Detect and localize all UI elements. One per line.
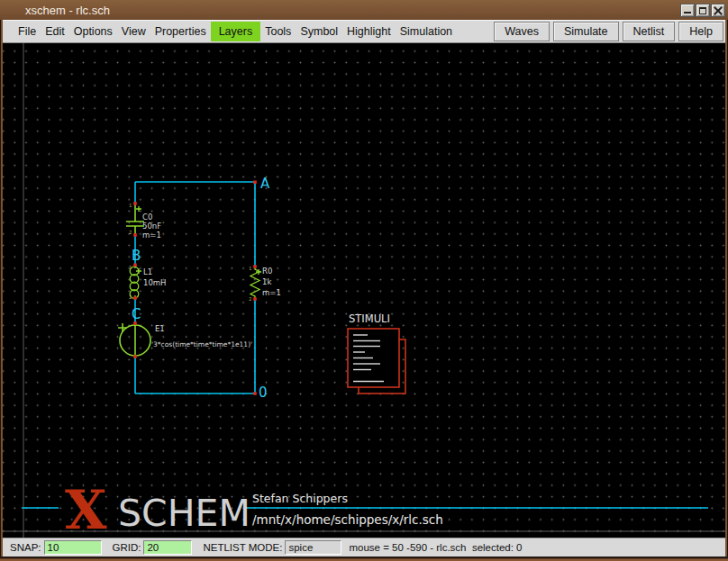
netlist-mode-label: NETLIST MODE: — [203, 542, 282, 553]
menu-simulation[interactable]: Simulation — [396, 22, 457, 41]
menu-tools[interactable]: Tools — [260, 22, 296, 41]
capacitor-symbol[interactable]: 1 2 C0 50nF m=1 — [126, 203, 161, 240]
window-title: xschem - rlc.sch — [25, 4, 110, 17]
minimize-button[interactable] — [680, 4, 695, 17]
statusbar: SNAP: GRID: NETLIST MODE: mouse = 50 -59… — [3, 538, 725, 556]
node-label-a[interactable]: A — [260, 176, 270, 192]
simulate-button[interactable]: Simulate — [553, 22, 619, 41]
inductor-value: 10mH — [143, 278, 167, 287]
inductor-symbol[interactable]: 1 2 L1 10mH — [129, 265, 167, 300]
xschem-logo-x: X — [65, 478, 107, 538]
circuit-wires[interactable] — [135, 182, 255, 394]
netlist-mode-input[interactable] — [285, 540, 341, 555]
schematic-svg: 1 2 C0 50nF m=1 1 2 L1 10mH — [3, 43, 725, 538]
window-frame-bottom — [0, 556, 728, 561]
maximize-icon — [699, 7, 706, 14]
inductor-pin2-number: 2 — [129, 294, 132, 300]
close-button[interactable] — [711, 4, 725, 17]
source-plus-icon — [118, 323, 127, 332]
netlist-button[interactable]: Netlist — [623, 22, 676, 41]
xschem-window: xschem - rlc.sch File Edit Options View … — [0, 0, 728, 561]
menu-highlight[interactable]: Highlight — [342, 22, 396, 41]
resistor-pin1-number: 1 — [249, 266, 252, 271]
window-frame-left — [0, 20, 3, 561]
menu-properties[interactable]: Properties — [150, 22, 211, 41]
stimuli-block[interactable]: STIMULI — [348, 312, 405, 394]
resistor-value: 1k — [262, 277, 271, 286]
grid-input[interactable] — [143, 540, 192, 555]
source-name: E1 — [155, 324, 165, 333]
capacitor-plus-icon — [136, 206, 141, 212]
resistor-symbol[interactable]: 1 2 R0 1k m=1 — [249, 266, 281, 302]
file-path-text: /mnt/x/home/schippes/x/rlc.sch — [252, 512, 443, 527]
help-button[interactable]: Help — [678, 22, 723, 41]
resistor-name: R0 — [262, 267, 272, 276]
node-label-c[interactable]: C — [132, 306, 141, 322]
author-text: Stefan Schippers — [252, 492, 348, 505]
inductor-name: L1 — [143, 267, 152, 276]
grid-label: GRID: — [113, 542, 141, 553]
resistor-mult: m=1 — [262, 288, 281, 297]
maximize-button[interactable] — [696, 4, 710, 17]
minimize-icon — [684, 12, 691, 14]
capacitor-mult: m=1 — [142, 231, 161, 240]
menu-edit[interactable]: Edit — [41, 22, 69, 41]
menu-options[interactable]: Options — [69, 22, 117, 41]
close-icon — [714, 6, 723, 15]
resistor-pin2-number: 2 — [249, 296, 252, 302]
schematic-canvas[interactable]: 1 2 C0 50nF m=1 1 2 L1 10mH — [3, 43, 725, 538]
mouse-coordinates-status: mouse = 50 -590 - rlc.sch selected: 0 — [349, 542, 522, 553]
menubar: File Edit Options View Properties Layers… — [3, 20, 725, 43]
capacitor-pin1-number: 1 — [129, 203, 132, 208]
inductor-plus-icon — [136, 268, 141, 274]
capacitor-pin2-number: 2 — [129, 230, 132, 235]
node-label-gnd[interactable]: 0 — [259, 385, 268, 401]
stimuli-label: STIMULI — [349, 312, 390, 325]
snap-label: SNAP: — [10, 542, 41, 553]
snap-input[interactable] — [44, 540, 102, 555]
titlebar[interactable]: xschem - rlc.sch — [0, 0, 728, 20]
capacitor-name: C0 — [142, 213, 152, 222]
inductor-pin1-number: 1 — [129, 265, 132, 270]
waves-button[interactable]: Waves — [494, 22, 550, 41]
capacitor-value: 50nF — [142, 222, 161, 231]
menu-layers[interactable]: Layers — [211, 22, 261, 41]
menu-symbol[interactable]: Symbol — [296, 22, 342, 41]
xschem-logo-text: SCHEM — [118, 492, 250, 535]
node-label-b[interactable]: B — [132, 248, 141, 264]
source-value: '3*cos(time*time*time*1e11)' — [151, 340, 252, 348]
title-block: X SCHEM Stefan Schippers /mnt/x/home/sch… — [22, 478, 708, 538]
window-controls — [680, 4, 725, 17]
menu-file[interactable]: File — [14, 22, 41, 41]
source-symbol[interactable]: E1 '3*cos(time*time*time*1e11)' — [118, 323, 252, 357]
menu-view[interactable]: View — [117, 22, 150, 41]
